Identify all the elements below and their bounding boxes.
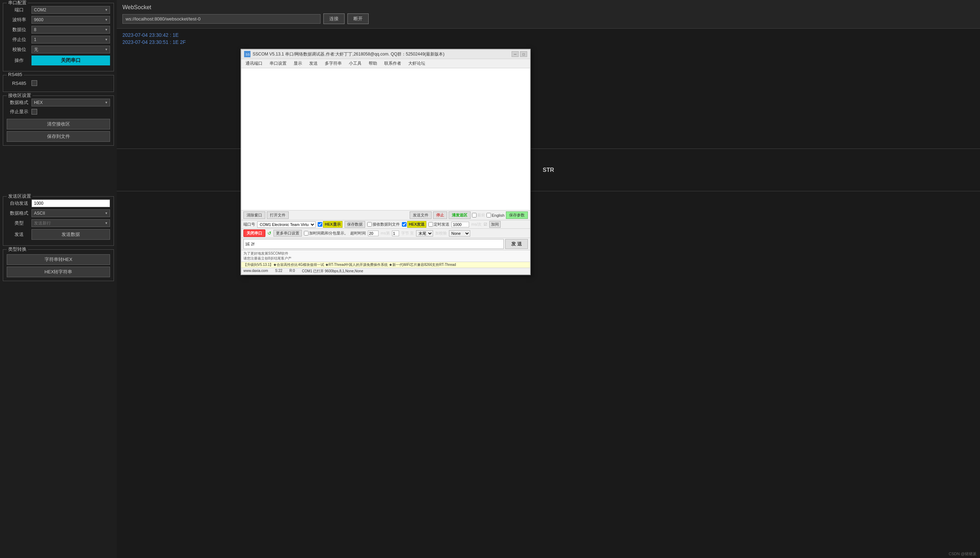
sscom-timed-send-label: 定时发送 — [434, 222, 449, 227]
sscom-minimize-button[interactable]: ─ — [511, 51, 519, 57]
baudrate-select-wrapper[interactable]: 9600 — [31, 16, 110, 24]
auto-send-input[interactable] — [31, 199, 110, 207]
sscom-english-label: English — [492, 213, 505, 217]
port-select-wrapper[interactable]: COM2 — [31, 6, 110, 14]
sscom-english-checkbox[interactable] — [487, 213, 491, 217]
send-settings-title: 发送区设置 — [7, 193, 33, 199]
type-convert-section: 类型转换 字符串转HEX HEX转字符串 — [3, 249, 114, 281]
sscom-menu-tools[interactable]: 小工具 — [347, 60, 363, 67]
sscom-menu-contact[interactable]: 联系作者 — [383, 60, 403, 67]
sscom-input-area: 发 送 — [241, 238, 530, 250]
sscom-menu-send[interactable]: 发送 — [308, 60, 319, 67]
clear-receive-button[interactable]: 清空接收区 — [7, 119, 110, 130]
sscom-timeout-input[interactable] — [368, 231, 378, 236]
sscom-clear-button[interactable]: 清除窗口 — [243, 212, 265, 219]
sscom-recv-file-checkbox[interactable] — [367, 222, 372, 226]
operation-label: 操作 — [7, 57, 31, 64]
save-to-file-button[interactable]: 保存到文件 — [7, 131, 110, 142]
sscom-menu-comport[interactable]: 通讯端口 — [244, 60, 264, 67]
sscom-status-port-status: COM1 已打开 9600bps,8,1,None,None — [302, 269, 363, 274]
send-data-format-select-wrapper[interactable]: ASCII — [31, 209, 110, 217]
sscom-menu-display[interactable]: 显示 — [292, 60, 304, 67]
sscom-checksum-select[interactable]: None — [449, 230, 470, 236]
rs485-checkbox[interactable] — [31, 80, 37, 86]
sscom-timed-send-checkbox[interactable] — [428, 222, 433, 226]
sscom-hex-display-btn[interactable]: HEX显示 — [323, 221, 342, 228]
sscom-save-params-button[interactable]: 保存参数 — [506, 212, 528, 219]
parity-select-wrapper[interactable]: 无 — [31, 46, 110, 53]
auto-send-label: 自动发送 — [7, 200, 31, 207]
sscom-hex-send-btn[interactable]: HEX发送 — [407, 221, 427, 228]
data-format-select-wrapper[interactable]: HEX — [31, 98, 110, 107]
sscom-clear-send-area-button[interactable]: 清发送区 — [449, 212, 470, 219]
sscom-port-label: 端口号 — [243, 222, 255, 227]
sscom-statusbar: www.daxia.com S:22 R:0 COM1 已打开 9600bps,… — [241, 268, 530, 274]
sscom-maximize-button[interactable]: □ — [520, 51, 527, 57]
websocket-url-input[interactable] — [122, 14, 321, 24]
log-line-1: 2023-07-04 23:30:42 : 1E — [122, 32, 974, 38]
str-label: STR — [543, 167, 554, 173]
stopbits-select-wrapper[interactable]: 1 — [31, 36, 110, 43]
sscom-window-buttons: ─ □ — [511, 51, 527, 57]
sscom-timestamp-wrapper: 加时间戳和分包显示。 — [304, 231, 348, 236]
databits-select-wrapper[interactable]: 8 — [31, 26, 110, 34]
auto-send-row: 自动发送 — [7, 199, 110, 207]
rs485-section: RS485 RS485 — [3, 75, 114, 92]
port-select[interactable]: COM2 — [31, 6, 110, 14]
sscom-hex-display-checkbox[interactable] — [318, 222, 322, 226]
close-port-button[interactable]: 关闭串口 — [31, 56, 110, 66]
sscom-receive-body — [241, 68, 530, 210]
left-panel: 串口配置 端口 COM2 波特率 9600 数据位 8 — [0, 0, 117, 558]
serial-config-section: 串口配置 端口 COM2 波特率 9600 数据位 8 — [3, 3, 114, 71]
sscom-ms-input[interactable] — [451, 222, 469, 227]
sscom-stop-button[interactable]: 停止 — [433, 212, 447, 219]
sscom-end-select[interactable]: 末尾 — [416, 230, 433, 236]
hex-to-str-button[interactable]: HEX转字符串 — [7, 267, 110, 277]
stopbits-select[interactable]: 1 — [31, 36, 110, 43]
sscom-first-checkbox[interactable] — [472, 213, 477, 217]
sscom-menu-multistr[interactable]: 多字符串 — [323, 60, 343, 67]
baudrate-row: 波特率 9600 — [7, 16, 110, 24]
data-format-select[interactable]: HEX — [31, 98, 110, 107]
databits-select[interactable]: 8 — [31, 26, 110, 34]
sscom-open-file-button[interactable]: 打开文件 — [267, 212, 289, 219]
log-sep-2: : — [170, 39, 173, 45]
stop-display-checkbox[interactable] — [31, 109, 37, 115]
websocket-title: WebSocket — [122, 4, 974, 11]
str-to-hex-button[interactable]: 字符串转HEX — [7, 254, 110, 265]
sscom-send-file-button[interactable]: 发送文件 — [410, 212, 432, 219]
sscom-refresh-button[interactable]: ↺ — [268, 231, 271, 236]
data-format-label: 数据格式 — [7, 99, 31, 106]
baudrate-select[interactable]: 9600 — [31, 16, 110, 24]
sscom-add-button[interactable]: 加间 — [489, 221, 501, 228]
stop-display-label: 停止显示 — [7, 108, 31, 115]
sscom-menu-help[interactable]: 帮助 — [367, 60, 378, 67]
stopbits-row: 停止位 1 — [7, 36, 110, 43]
sscom-promo-text2: 请您注册嘉立创8折结尾客户产 — [243, 256, 291, 260]
log-sep-1: : — [170, 32, 173, 38]
connect-button[interactable]: 连接 — [323, 13, 345, 24]
send-data-button[interactable]: 发送数据 — [31, 229, 110, 240]
disconnect-button[interactable]: 断开 — [347, 13, 368, 24]
log-line-2: 2023-07-04 23:30:51 : 1E 2F — [122, 39, 974, 45]
sscom-send-input[interactable] — [243, 239, 504, 249]
sscom-close-port-button[interactable]: 关闭串口 — [243, 230, 265, 237]
send-type-select-wrapper[interactable]: 发送新行 — [31, 219, 110, 227]
operation-row: 操作 关闭串口 — [7, 56, 110, 66]
send-data-format-select[interactable]: ASCII — [31, 209, 110, 217]
sscom-port-select[interactable]: COM1 Electronic Team Virtu — [257, 222, 316, 228]
sscom-hex-send-checkbox[interactable] — [402, 222, 406, 226]
log-data-2: 1E 2F — [173, 39, 186, 45]
sscom-menu-forum[interactable]: 大虾论坛 — [407, 60, 427, 67]
parity-select[interactable]: 无 — [31, 46, 110, 53]
sscom-menu-serial-settings[interactable]: 串口设置 — [268, 60, 288, 67]
sscom-bottom-bar: 清除窗口 打开文件 发送文件 停止 清发送区 最前 English 保存参数 端… — [241, 210, 530, 274]
sscom-save-data-button[interactable]: 保存数据 — [345, 221, 365, 228]
sscom-more-port-button[interactable]: 更多串口设置 — [273, 230, 302, 236]
sscom-timestamp-checkbox[interactable] — [304, 231, 309, 236]
sscom-titlebar: SS SSCOM V5.13.1 串口/网络数据调试器,作者:大虾丁丁,2618… — [241, 49, 530, 59]
sscom-ms-unit: ms/次 — [471, 222, 482, 227]
send-type-select[interactable]: 发送新行 — [31, 219, 110, 227]
sscom-num-input[interactable] — [392, 231, 399, 236]
sscom-send-button[interactable]: 发 送 — [505, 239, 528, 249]
